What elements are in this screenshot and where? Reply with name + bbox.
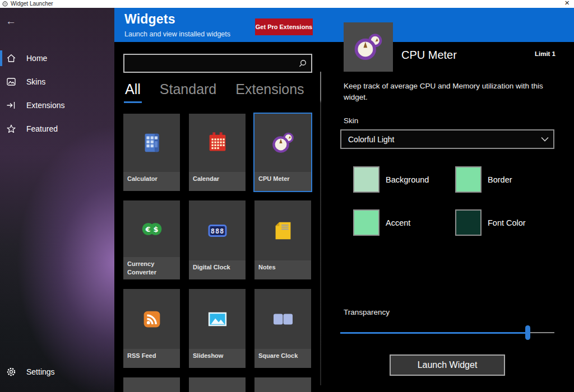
slideshow-icon xyxy=(189,289,246,349)
active-indicator xyxy=(0,50,2,66)
swatch-label: Font Color xyxy=(488,218,526,227)
settings-gear-icon xyxy=(6,367,16,377)
background-color-option[interactable]: Background xyxy=(353,166,429,193)
app-logo-icon xyxy=(2,1,8,7)
swatch-row: Accent Font Color xyxy=(334,209,574,236)
widget-tile-label: RSS Feed xyxy=(123,349,180,368)
widget-tile-slideshow[interactable]: Slideshow xyxy=(189,289,246,368)
featured-icon xyxy=(6,124,16,134)
widget-tile-rss-feed[interactable]: RSS Feed xyxy=(123,289,180,368)
swatch-label: Background xyxy=(386,175,429,184)
notes-icon xyxy=(254,200,311,260)
back-button[interactable]: ← xyxy=(6,16,16,26)
widget-tile-calendar[interactable]: Calendar xyxy=(189,114,246,191)
font-color-swatch[interactable] xyxy=(455,209,482,236)
svg-text:$: $ xyxy=(153,225,158,233)
titlebar: Widget Launcher × xyxy=(0,0,574,8)
sidebar-item-label: Settings xyxy=(26,367,55,376)
tab-standard[interactable]: Standard xyxy=(159,81,217,103)
cpu-meter-icon xyxy=(254,114,311,172)
search-box xyxy=(123,54,312,73)
sidebar: ← Home Skins Extens xyxy=(0,8,114,392)
sidebar-item-label: Home xyxy=(26,54,47,63)
widget-tile-label: Calendar xyxy=(189,172,246,191)
get-pro-extensions-button[interactable]: Get Pro Extensions xyxy=(255,18,313,35)
square-clock-icon xyxy=(254,289,311,349)
transparency-slider[interactable] xyxy=(340,325,554,340)
close-icon[interactable]: × xyxy=(564,0,570,7)
swatch-label: Border xyxy=(488,175,512,184)
accent-swatch[interactable] xyxy=(353,209,379,236)
skin-selected-value: Colorful Light xyxy=(341,135,536,144)
svg-text:€: € xyxy=(145,225,150,233)
font-color-option[interactable]: Font Color xyxy=(455,209,526,236)
skin-dropdown[interactable]: Colorful Light xyxy=(340,129,554,149)
widget-tile-currency-converter[interactable]: € $ Currency Converter xyxy=(123,200,180,279)
search-icon[interactable] xyxy=(297,58,311,69)
widget-tile-label: Digital Clock xyxy=(189,260,246,279)
widget-tile-label: Currency Converter xyxy=(123,257,180,279)
digital-clock-icon: 888 xyxy=(189,200,246,260)
chevron-down-icon xyxy=(536,137,553,142)
widget-launcher-window: Widget Launcher × ← Home Skins xyxy=(0,0,574,392)
widget-tile-cpu-meter[interactable]: CPU Meter xyxy=(254,114,311,191)
sidebar-item-featured[interactable]: Featured xyxy=(0,117,114,141)
window-title: Widget Launcher xyxy=(11,0,53,8)
widget-tile-partial[interactable] xyxy=(254,377,311,392)
widget-limit-badge: Limit 1 xyxy=(535,50,556,57)
sidebar-item-label: Featured xyxy=(26,124,58,133)
extensions-icon xyxy=(6,100,16,110)
swatch-label: Accent xyxy=(386,218,410,227)
widget-description: Keep track of average CPU and Memory uti… xyxy=(344,81,554,102)
tab-extensions[interactable]: Extensions xyxy=(234,81,305,103)
widget-tile-label: Slideshow xyxy=(189,349,246,368)
widget-browser: All Standard Extensions xyxy=(114,42,325,392)
page-subtitle: Launch and view installed widgets xyxy=(124,30,230,38)
widget-tile-square-clock[interactable]: Square Clock xyxy=(254,289,311,368)
slider-fill xyxy=(340,332,527,334)
svg-text:888: 888 xyxy=(210,227,224,235)
swatch-row: Background Border xyxy=(334,166,574,193)
sidebar-item-label: Skins xyxy=(26,77,45,86)
currency-converter-icon: € $ xyxy=(123,200,180,257)
sidebar-item-extensions[interactable]: Extensions xyxy=(0,94,114,117)
home-icon xyxy=(6,53,16,63)
sidebar-item-skins[interactable]: Skins xyxy=(0,70,114,94)
widget-tile-calculator[interactable]: Calculator xyxy=(123,114,180,191)
widget-details-panel: CPU Meter Limit 1 Keep track of average … xyxy=(334,42,574,392)
widget-tile-partial[interactable] xyxy=(189,377,246,392)
widget-tile-label: CPU Meter xyxy=(254,172,311,191)
filter-tabs: All Standard Extensions xyxy=(124,81,305,103)
widget-tile-partial[interactable] xyxy=(123,377,180,392)
widget-grid: Calculator Calenda xyxy=(123,114,311,392)
sidebar-nav: Home Skins Extensions xyxy=(0,46,114,141)
calendar-icon xyxy=(189,114,246,172)
page-title: Widgets xyxy=(124,12,175,27)
skins-icon xyxy=(6,77,16,87)
tab-all[interactable]: All xyxy=(124,81,142,103)
sidebar-item-label: Extensions xyxy=(26,101,64,110)
calculator-icon xyxy=(123,114,180,172)
widget-list-scrollbar[interactable] xyxy=(320,72,321,385)
background-swatch[interactable] xyxy=(353,166,379,193)
widget-tile-notes[interactable]: Notes xyxy=(254,200,311,279)
search-input[interactable] xyxy=(124,59,297,68)
border-color-option[interactable]: Border xyxy=(455,166,512,193)
widget-tile-label: Calculator xyxy=(123,172,180,191)
widget-tile-label: Square Clock xyxy=(254,349,311,368)
launch-widget-button[interactable]: Launch Widget xyxy=(390,354,505,376)
sidebar-item-home[interactable]: Home xyxy=(0,46,114,70)
widget-tile-digital-clock[interactable]: 888 Digital Clock xyxy=(189,200,246,279)
accent-color-option[interactable]: Accent xyxy=(353,209,410,236)
widget-detail-title: CPU Meter xyxy=(401,49,457,62)
skin-label: Skin xyxy=(344,116,358,125)
rss-feed-icon xyxy=(123,289,180,349)
transparency-label: Transparency xyxy=(344,308,390,316)
sidebar-item-settings[interactable]: Settings xyxy=(0,362,114,382)
widget-tile-label: Notes xyxy=(254,260,311,279)
slider-thumb[interactable] xyxy=(525,325,530,340)
border-swatch[interactable] xyxy=(455,166,482,193)
cpu-meter-large-icon xyxy=(344,22,393,72)
